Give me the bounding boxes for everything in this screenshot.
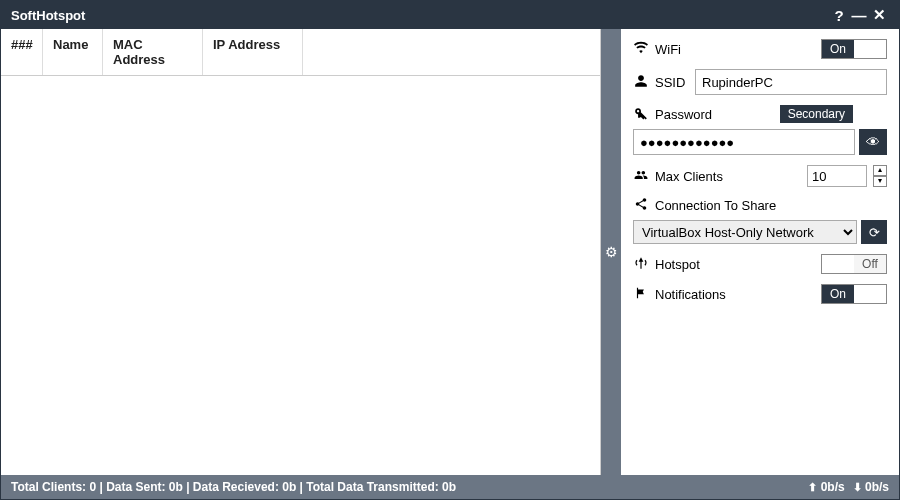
content: ### Name MAC Address IP Address ⚙ WiFi O…	[1, 29, 899, 475]
col-index: ###	[1, 29, 43, 75]
upload-rate: ⬆ 0b/s	[808, 480, 844, 494]
flag-icon	[633, 286, 649, 303]
antenna-icon	[633, 256, 649, 273]
statusbar: Total Clients: 0 | Data Sent: 0b | Data …	[1, 475, 899, 499]
ssid-row: SSID	[633, 69, 887, 95]
users-icon	[633, 168, 649, 185]
gear-icon: ⚙	[605, 244, 618, 260]
wifi-row: WiFi On	[633, 39, 887, 59]
password-badge[interactable]: Secondary	[780, 105, 853, 123]
hotspot-toggle[interactable]: Off	[821, 254, 887, 274]
maxclients-row: Max Clients ▴ ▾	[633, 165, 887, 187]
notifications-toggle[interactable]: On	[821, 284, 887, 304]
panel-divider[interactable]: ⚙	[601, 29, 621, 475]
table-body	[1, 76, 600, 475]
notifications-label: Notifications	[655, 287, 815, 302]
wifi-label: WiFi	[655, 42, 815, 57]
hotspot-row: Hotspot Off	[633, 254, 887, 274]
refresh-icon: ⟳	[869, 225, 880, 240]
refresh-button[interactable]: ⟳	[861, 220, 887, 244]
ssid-label: SSID	[655, 75, 689, 90]
minimize-button[interactable]: —	[849, 7, 869, 24]
key-icon	[633, 106, 649, 123]
col-ip: IP Address	[203, 29, 303, 75]
maxclients-label: Max Clients	[655, 169, 801, 184]
download-rate: ⬇ 0b/s	[853, 480, 889, 494]
user-icon	[633, 74, 649, 91]
connection-select[interactable]: VirtualBox Host-Only Network	[633, 220, 857, 244]
show-password-button[interactable]: 👁	[859, 129, 887, 155]
spin-up-icon[interactable]: ▴	[873, 165, 887, 176]
col-mac: MAC Address	[103, 29, 203, 75]
titlebar: SoftHotspot ? — ✕	[1, 1, 899, 29]
share-icon	[633, 197, 649, 214]
help-button[interactable]: ?	[829, 7, 849, 24]
col-name: Name	[43, 29, 103, 75]
connection-label: Connection To Share	[655, 198, 887, 213]
ssid-input[interactable]	[695, 69, 887, 95]
wifi-toggle[interactable]: On	[821, 39, 887, 59]
close-button[interactable]: ✕	[869, 6, 889, 24]
down-arrow-icon: ⬇	[853, 481, 862, 493]
connection-section: Connection To Share VirtualBox Host-Only…	[633, 197, 887, 244]
settings-panel: WiFi On SSID Password Secondary	[621, 29, 899, 475]
hotspot-label: Hotspot	[655, 257, 815, 272]
status-text: Total Clients: 0 | Data Sent: 0b | Data …	[11, 480, 808, 494]
password-label: Password	[655, 107, 774, 122]
clients-panel: ### Name MAC Address IP Address	[1, 29, 601, 475]
wifi-icon	[633, 41, 649, 58]
eye-icon: 👁	[866, 134, 880, 150]
app-title: SoftHotspot	[11, 8, 829, 23]
password-section: Password Secondary 👁	[633, 105, 887, 155]
password-input[interactable]	[633, 129, 855, 155]
spin-down-icon[interactable]: ▾	[873, 176, 887, 187]
up-arrow-icon: ⬆	[808, 481, 817, 493]
maxclients-input[interactable]	[807, 165, 867, 187]
notifications-row: Notifications On	[633, 284, 887, 304]
maxclients-spinner[interactable]: ▴ ▾	[873, 165, 887, 187]
table-header: ### Name MAC Address IP Address	[1, 29, 600, 76]
